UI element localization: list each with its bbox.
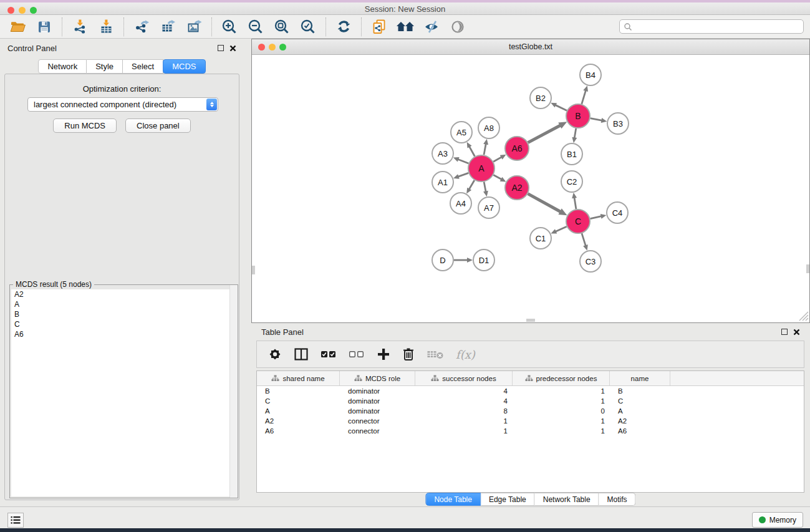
import-table-button[interactable] (93, 16, 119, 37)
export-network-button[interactable] (128, 16, 155, 37)
delete-column-icon[interactable] (402, 347, 415, 361)
edge-A-A8[interactable] (484, 143, 486, 155)
horizontal-scrollbar-thumb[interactable] (526, 319, 535, 322)
refresh-button[interactable] (330, 16, 357, 37)
table-cell: A (610, 406, 670, 416)
table-cell: connector (340, 426, 415, 436)
column-label: MCDS role (365, 375, 400, 382)
edge-A-A7[interactable] (484, 182, 486, 193)
save-session-button[interactable] (31, 16, 57, 37)
home-button[interactable] (392, 16, 418, 37)
control-panel-tabs: NetworkStyleSelectMCDS (0, 59, 244, 74)
edge-C-C4[interactable] (591, 216, 602, 218)
memory-button[interactable]: Memory (752, 512, 803, 528)
node-table[interactable]: shared nameMCDS rolesuccessor nodesprede… (256, 370, 804, 493)
edge-A-A3[interactable] (457, 159, 468, 163)
result-list-scrollbar[interactable] (229, 285, 238, 498)
table-row[interactable]: A6connector11A6 (257, 426, 804, 436)
float-panel-icon[interactable] (781, 329, 788, 335)
network-view-window: testGlobe.txt A5A8A3A1A4A7AA6A2B2B4BB3B1… (251, 39, 810, 323)
edge-A-A5[interactable] (469, 146, 475, 157)
export-table-button[interactable] (155, 16, 181, 37)
vertical-scrollbar-thumb[interactable] (252, 266, 255, 274)
table-panel: Table Panel (251, 323, 810, 506)
task-history-button[interactable] (7, 513, 24, 528)
resize-grip-icon[interactable] (806, 318, 808, 321)
edge-B-B1[interactable] (574, 128, 576, 139)
edge-A6-B[interactable] (528, 125, 561, 143)
result-item[interactable]: B (11, 309, 236, 319)
result-item[interactable]: A (11, 299, 236, 309)
tab-edge-table[interactable]: Edge Table (481, 493, 535, 506)
network-canvas[interactable]: A5A8A3A1A4A7AA6A2B2B4BB3B1C2C4CC1C3DD1 (252, 55, 809, 322)
network-window-titlebar: testGlobe.txt (252, 39, 809, 55)
result-item[interactable]: A6 (11, 329, 236, 339)
column-header[interactable]: successor nodes (415, 371, 513, 385)
tab-motifs[interactable]: Motifs (599, 493, 636, 506)
edge-C-C3[interactable] (582, 233, 586, 246)
tab-network-table[interactable]: Network Table (535, 493, 599, 506)
table-row[interactable]: A2connector11A2 (257, 416, 804, 426)
edge-A2-C[interactable] (528, 194, 561, 212)
network-share-button[interactable] (366, 16, 392, 37)
open-session-button[interactable] (5, 16, 31, 37)
export-image-button[interactable] (181, 16, 207, 37)
eye-button[interactable] (445, 16, 471, 37)
vertical-scrollbar-thumb[interactable] (806, 264, 809, 273)
delete-table-icon[interactable] (427, 348, 444, 360)
edge-arrowhead (483, 139, 488, 145)
tab-mcds[interactable]: MCDS (163, 59, 205, 74)
close-panel-icon[interactable] (229, 45, 236, 52)
table-row[interactable]: Adominator80A (257, 406, 804, 416)
split-view-icon[interactable] (294, 347, 309, 361)
run-mcds-button[interactable]: Run MCDS (53, 118, 117, 133)
table-cell: 1 (513, 426, 610, 436)
criterion-select[interactable]: largest connected component (directed) (27, 97, 218, 112)
column-header[interactable]: predecessor nodes (513, 371, 610, 385)
function-builder-icon[interactable]: f(x) (456, 348, 475, 361)
add-column-icon[interactable] (377, 347, 390, 361)
edge-B-B2[interactable] (555, 105, 567, 110)
table-row[interactable]: Bdominator41B (257, 386, 804, 396)
edge-B-B4[interactable] (582, 90, 586, 104)
select-all-icon[interactable] (321, 348, 337, 360)
close-panel-button[interactable]: Close panel (125, 118, 191, 133)
deselect-all-icon[interactable] (349, 348, 365, 360)
column-header[interactable]: MCDS role (340, 371, 415, 385)
hide-graphics-details-button[interactable] (418, 16, 445, 37)
edge-A-A6[interactable] (493, 157, 502, 162)
zoom-out-button[interactable] (243, 16, 269, 37)
network-share-icon (372, 19, 387, 35)
zoom-selected-button[interactable] (295, 16, 321, 37)
column-header[interactable]: shared name (257, 371, 340, 385)
import-network-button[interactable] (67, 16, 93, 37)
resize-grip-icon[interactable] (803, 315, 808, 321)
tab-network[interactable]: Network (38, 59, 87, 74)
table-cell: C (257, 396, 340, 406)
result-item[interactable]: A2 (11, 289, 236, 299)
search-box[interactable] (619, 19, 804, 34)
float-panel-icon[interactable] (218, 45, 224, 51)
search-input[interactable] (635, 22, 803, 31)
edge-A-A2[interactable] (493, 175, 502, 180)
zoom-fit-button[interactable] (269, 16, 295, 37)
tab-style[interactable]: Style (87, 59, 123, 74)
column-header[interactable]: name (610, 371, 670, 385)
edge-A-A4[interactable] (469, 180, 475, 190)
edge-C-C2[interactable] (574, 197, 576, 210)
zoom-in-button[interactable] (216, 16, 243, 37)
edge-B-B3[interactable] (591, 118, 603, 121)
close-panel-icon[interactable] (793, 329, 800, 336)
tab-select[interactable]: Select (123, 59, 163, 74)
toolbar-separator (325, 17, 326, 36)
table-settings-gear-icon[interactable] (268, 347, 282, 361)
mcds-result-list[interactable]: A2ABCA6 (11, 289, 236, 496)
edge-C-C1[interactable] (555, 226, 567, 232)
edge-A-A1[interactable] (458, 173, 469, 177)
result-item[interactable]: C (11, 319, 236, 329)
table-row[interactable]: Cdominator41C (257, 396, 804, 406)
node-label: A3 (438, 149, 448, 158)
tab-node-table[interactable]: Node Table (425, 493, 481, 506)
table-cell: 8 (415, 406, 513, 416)
toolbar-separator (62, 17, 62, 36)
